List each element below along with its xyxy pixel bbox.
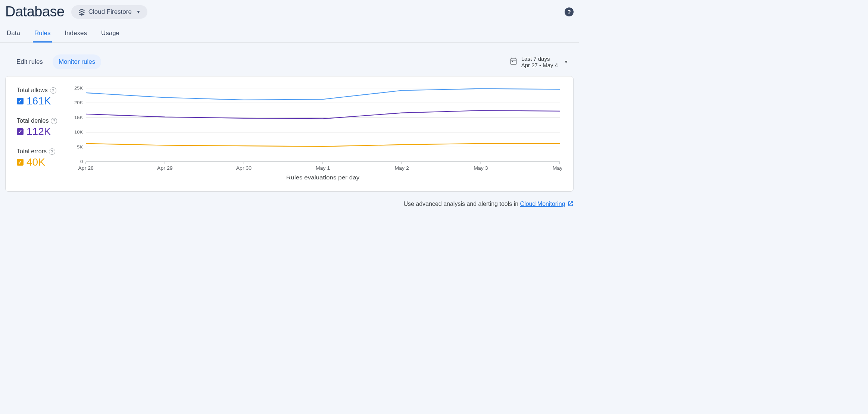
tab-usage[interactable]: Usage: [100, 26, 121, 43]
svg-text:25K: 25K: [74, 86, 83, 90]
metric-denies-checkbox[interactable]: ✓: [17, 128, 24, 135]
metric-denies: Total denies ? ✓ 112K: [17, 117, 67, 138]
help-icon[interactable]: ?: [565, 7, 574, 16]
date-range-picker[interactable]: Last 7 days Apr 27 - May 4 ▼: [509, 56, 568, 68]
svg-text:Apr 30: Apr 30: [236, 166, 252, 171]
chart-legend: Total allows ? ✓ 161K Total denies ? ✓ 1…: [17, 86, 67, 183]
svg-text:May 4: May 4: [553, 166, 562, 171]
metric-errors-checkbox[interactable]: ✓: [17, 159, 24, 166]
cloud-monitoring-link[interactable]: Cloud Monitoring: [520, 201, 565, 207]
svg-text:5K: 5K: [77, 145, 83, 150]
svg-text:20K: 20K: [74, 100, 83, 105]
external-link-icon: [568, 201, 574, 208]
info-icon[interactable]: ?: [50, 87, 56, 94]
page-title: Database: [5, 4, 65, 20]
metric-allows-value: 161K: [26, 95, 51, 107]
metric-denies-label: Total denies: [17, 117, 49, 124]
tab-rules[interactable]: Rules: [33, 26, 52, 43]
header-row: Database Cloud Firestore ▼ ?: [0, 0, 579, 20]
main-tabs: Data Rules Indexes Usage: [0, 22, 579, 43]
chevron-down-icon: ▼: [136, 9, 141, 15]
metric-errors: Total errors ? ✓ 40K: [17, 148, 67, 168]
metric-errors-label: Total errors: [17, 148, 47, 155]
metric-allows: Total allows ? ✓ 161K: [17, 87, 67, 107]
chart-card: Total allows ? ✓ 161K Total denies ? ✓ 1…: [5, 76, 574, 192]
svg-text:Apr 29: Apr 29: [157, 166, 172, 171]
subtab-edit-rules[interactable]: Edit rules: [10, 54, 49, 69]
svg-text:May 2: May 2: [395, 166, 409, 171]
footer-prefix: Use advanced analysis and alerting tools…: [403, 201, 520, 207]
metric-allows-label: Total allows: [17, 87, 48, 94]
chart-area: 05K10K15K20K25KApr 28Apr 29Apr 30May 1Ma…: [71, 86, 562, 183]
date-range-label: Last 7 days: [521, 56, 558, 62]
svg-text:15K: 15K: [74, 115, 83, 120]
metric-errors-value: 40K: [26, 156, 45, 168]
info-icon[interactable]: ?: [49, 148, 55, 155]
svg-text:0: 0: [80, 159, 83, 164]
svg-text:Apr 28: Apr 28: [78, 166, 93, 171]
metric-allows-checkbox[interactable]: ✓: [17, 98, 24, 104]
svg-text:10K: 10K: [74, 130, 83, 135]
metric-denies-value: 112K: [26, 126, 51, 138]
chevron-down-icon: ▼: [564, 59, 568, 65]
tab-indexes[interactable]: Indexes: [63, 26, 88, 43]
tab-data[interactable]: Data: [5, 26, 22, 43]
svg-text:Rules evaluations per day: Rules evaluations per day: [286, 175, 359, 181]
svg-text:May 1: May 1: [316, 166, 330, 171]
date-range-value: Apr 27 - May 4: [521, 62, 558, 68]
info-icon[interactable]: ?: [51, 118, 57, 124]
subtab-row: Edit rules Monitor rules Last 7 days Apr…: [0, 43, 579, 74]
database-selector[interactable]: Cloud Firestore ▼: [71, 5, 147, 19]
footer-note: Use advanced analysis and alerting tools…: [0, 192, 579, 208]
database-selector-label: Cloud Firestore: [88, 8, 132, 16]
firestore-icon: [78, 8, 85, 16]
svg-text:May 3: May 3: [474, 166, 488, 171]
line-chart: 05K10K15K20K25KApr 28Apr 29Apr 30May 1Ma…: [71, 86, 562, 183]
calendar-icon: [509, 57, 518, 67]
subtab-monitor-rules[interactable]: Monitor rules: [53, 54, 101, 69]
